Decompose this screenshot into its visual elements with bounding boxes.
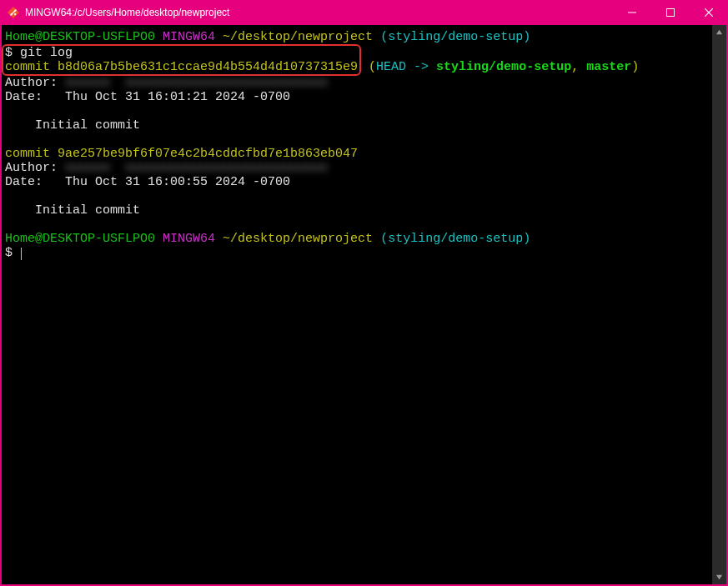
scrollbar[interactable] bbox=[712, 25, 726, 584]
prompt-branch-open: ( bbox=[380, 30, 388, 44]
prompt-env: MINGW64 bbox=[163, 30, 215, 44]
cmd-line-2: $ bbox=[5, 246, 709, 260]
commit-2-author-line: Author: xxxxxx xxxxxxxxxxxxxxxxxxxxxxxxx… bbox=[5, 161, 709, 175]
prompt2-branch-open: ( bbox=[380, 232, 388, 246]
commit-2-author-value: xxxxxx xxxxxxxxxxxxxxxxxxxxxxxxxxx bbox=[65, 161, 328, 175]
commit-1-author-value: xxxxxx xxxxxxxxxxxxxxxxxxxxxxxxxxx bbox=[65, 76, 328, 90]
terminal[interactable]: Home@DESKTOP-USFLPO0 MINGW64 ~/desktop/n… bbox=[2, 25, 712, 584]
prompt2-userhost: Home@DESKTOP-USFLPO0 bbox=[5, 232, 155, 246]
svg-rect-6 bbox=[667, 9, 675, 17]
commit-1-master: master bbox=[586, 60, 631, 74]
scroll-up-arrow-icon[interactable] bbox=[712, 25, 726, 39]
git-bash-window: MINGW64:/c/Users/Home/desktop/newproject… bbox=[0, 0, 728, 586]
svg-marker-9 bbox=[716, 30, 722, 34]
close-button[interactable] bbox=[690, 0, 728, 25]
commit-2-hash: commit 9ae257be9bf6f07e4c2b4cddcfbd7e1b8… bbox=[5, 147, 358, 161]
cmd-gitlog: git log bbox=[20, 46, 73, 60]
annotation-highlight: $ git logcommit b8d06a7b5be631c1ccae9d4b… bbox=[2, 44, 361, 76]
commit-1-date-value: Thu Oct 31 16:01:21 2024 -0700 bbox=[65, 90, 290, 104]
commit-1-hash: commit b8d06a7b5be631c1ccae9d4b554d4d107… bbox=[5, 60, 358, 74]
commit-2-hash-line: commit 9ae257be9bf6f07e4c2b4cddcfbd7e1b8… bbox=[5, 147, 709, 161]
prompt2-symbol: $ bbox=[5, 246, 13, 260]
cursor bbox=[21, 248, 22, 260]
commit-1-date-label: Date: bbox=[5, 90, 65, 104]
prompt2-path: ~/desktop/newproject bbox=[223, 232, 373, 246]
commit-2-date-label: Date: bbox=[5, 175, 65, 189]
commit-2-date-line: Date: Thu Oct 31 16:00:55 2024 -0700 bbox=[5, 175, 709, 189]
window-title: MINGW64:/c/Users/Home/desktop/newproject bbox=[25, 7, 229, 18]
blank-line-2 bbox=[5, 133, 709, 147]
commit-1-ref-open: ( bbox=[361, 60, 376, 74]
svg-marker-10 bbox=[716, 575, 722, 579]
maximize-button[interactable] bbox=[651, 0, 690, 25]
content-area: Home@DESKTOP-USFLPO0 MINGW64 ~/desktop/n… bbox=[2, 25, 726, 584]
blank-line-4 bbox=[5, 218, 709, 232]
blank-line-3 bbox=[5, 189, 709, 203]
blank-line-1 bbox=[5, 104, 709, 118]
cmd-line: $ git log bbox=[5, 46, 358, 60]
prompt-branch-close: ) bbox=[523, 30, 530, 44]
app-icon bbox=[7, 6, 20, 19]
minimize-button[interactable] bbox=[613, 0, 651, 25]
commit-1-head-branch: styling/demo-setup bbox=[436, 60, 571, 74]
commit-1-hash-line: commit b8d06a7b5be631c1ccae9d4b554d4d107… bbox=[5, 60, 358, 74]
prompt-userhost: Home@DESKTOP-USFLPO0 bbox=[5, 30, 155, 44]
prompt2-env: MINGW64 bbox=[163, 232, 215, 246]
prompt-line-2: Home@DESKTOP-USFLPO0 MINGW64 ~/desktop/n… bbox=[5, 232, 709, 246]
commit-1-date-line: Date: Thu Oct 31 16:01:21 2024 -0700 bbox=[5, 90, 709, 104]
prompt-symbol: $ bbox=[5, 46, 13, 60]
prompt-branch: styling/demo-setup bbox=[388, 30, 523, 44]
titlebar[interactable]: MINGW64:/c/Users/Home/desktop/newproject bbox=[0, 0, 728, 25]
prompt-line-1: Home@DESKTOP-USFLPO0 MINGW64 ~/desktop/n… bbox=[5, 30, 709, 44]
prompt-path: ~/desktop/newproject bbox=[223, 30, 373, 44]
commit-1-author-label: Author: bbox=[5, 76, 58, 90]
commit-1-head: HEAD -> bbox=[376, 60, 436, 74]
prompt2-branch: styling/demo-setup bbox=[388, 232, 523, 246]
scroll-down-arrow-icon[interactable] bbox=[712, 570, 726, 584]
commit-1-ref-close: ) bbox=[631, 60, 639, 74]
prompt2-branch-close: ) bbox=[523, 232, 530, 246]
commit-1-sep: , bbox=[571, 60, 586, 74]
commit-2-author-label: Author: bbox=[5, 161, 58, 175]
commit-2-date-value: Thu Oct 31 16:00:55 2024 -0700 bbox=[65, 175, 290, 189]
commit-1-message: Initial commit bbox=[5, 118, 709, 133]
scroll-track[interactable] bbox=[712, 39, 726, 570]
commit-1-author-line: Author: xxxxxx xxxxxxxxxxxxxxxxxxxxxxxxx… bbox=[5, 76, 709, 90]
commit-2-message: Initial commit bbox=[5, 203, 709, 218]
